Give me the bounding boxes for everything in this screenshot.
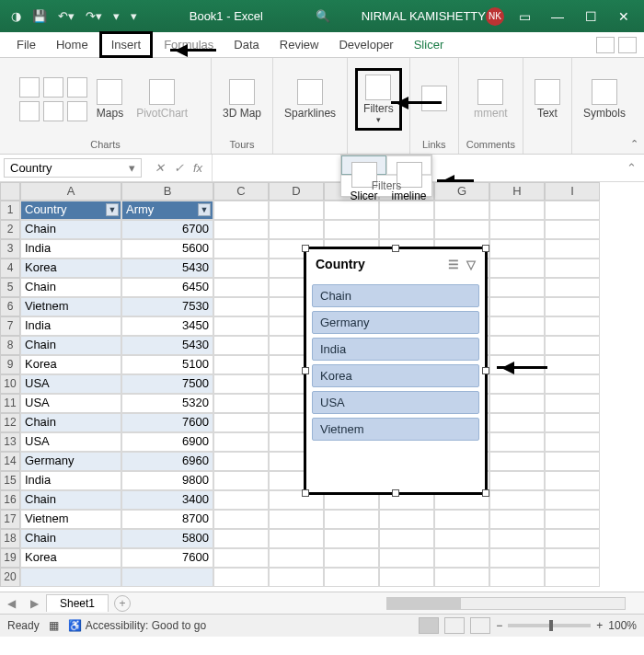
empty-cell[interactable]: [489, 432, 545, 452]
cell-country[interactable]: USA: [20, 432, 121, 452]
search-icon[interactable]: 🔍: [312, 7, 334, 25]
cell-country[interactable]: Germany: [20, 452, 121, 471]
empty-cell[interactable]: [213, 374, 269, 394]
row-header[interactable]: 12: [0, 413, 20, 432]
accessibility-status[interactable]: ♿ Accessibility: Good to go: [68, 619, 206, 632]
comments-pane-button[interactable]: [596, 37, 615, 53]
cell-army[interactable]: 6900: [121, 432, 213, 452]
chart-type-icon[interactable]: [43, 77, 63, 98]
row-header[interactable]: 19: [0, 548, 20, 568]
cell-army[interactable]: 5600: [121, 239, 213, 259]
empty-cell[interactable]: [489, 259, 545, 278]
maximize-button[interactable]: ☐: [578, 9, 604, 24]
cell-country[interactable]: India: [20, 471, 121, 490]
sheet-nav-prev[interactable]: ◀: [0, 597, 23, 610]
empty-cell[interactable]: [379, 568, 434, 587]
links-button[interactable]: [418, 84, 451, 115]
cell-country[interactable]: Vietnem: [20, 510, 121, 529]
chart-type-icon[interactable]: [19, 77, 40, 98]
zoom-slider[interactable]: [508, 624, 591, 627]
cell-country[interactable]: Korea: [20, 259, 121, 278]
fx-icon[interactable]: fx: [193, 161, 202, 175]
empty-cell[interactable]: [545, 490, 600, 510]
empty-cell[interactable]: [489, 336, 545, 355]
user-name[interactable]: NIRMAL KAMISHETTY: [362, 9, 486, 23]
add-sheet-button[interactable]: +: [114, 595, 131, 612]
cell-country[interactable]: USA: [20, 374, 121, 394]
empty-cell[interactable]: [269, 529, 324, 548]
resize-handle[interactable]: [482, 245, 489, 252]
cancel-formula-icon[interactable]: ✕: [155, 161, 165, 175]
cell-army[interactable]: 7600: [121, 548, 213, 568]
row-header[interactable]: 13: [0, 432, 20, 452]
row-header[interactable]: 6: [0, 297, 20, 316]
empty-cell[interactable]: [434, 220, 489, 239]
comment-button[interactable]: mment: [470, 77, 512, 121]
empty-cell[interactable]: [489, 220, 545, 239]
col-header[interactable]: A: [20, 182, 121, 201]
cell-army[interactable]: 3400: [121, 490, 213, 510]
empty-cell[interactable]: [324, 529, 379, 548]
slicer-item[interactable]: Germany: [312, 311, 479, 334]
row-header[interactable]: 7: [0, 316, 20, 336]
table-header-army[interactable]: Army▼: [121, 201, 213, 220]
resize-handle[interactable]: [482, 367, 489, 374]
empty-cell[interactable]: [213, 394, 269, 413]
collapse-ribbon-icon[interactable]: ⌃: [630, 138, 638, 150]
resize-handle[interactable]: [302, 367, 309, 374]
resize-handle[interactable]: [392, 489, 399, 497]
sheet-nav-next[interactable]: ▶: [23, 597, 46, 610]
tab-developer[interactable]: Developer: [329, 34, 402, 55]
cell-country[interactable]: Chain: [20, 490, 121, 510]
col-header[interactable]: G: [434, 182, 489, 201]
empty-cell[interactable]: [213, 490, 269, 510]
empty-cell[interactable]: [489, 452, 545, 471]
row-header[interactable]: 20: [0, 568, 20, 587]
cell-army[interactable]: 7600: [121, 413, 213, 432]
empty-cell[interactable]: [213, 413, 269, 432]
col-header[interactable]: B: [121, 182, 213, 201]
zoom-in-button[interactable]: +: [596, 619, 603, 632]
cell-country[interactable]: Vietnem: [20, 297, 121, 316]
empty-cell[interactable]: [489, 316, 545, 336]
row-header[interactable]: 14: [0, 452, 20, 471]
empty-cell[interactable]: [545, 259, 600, 278]
empty-cell[interactable]: [434, 529, 489, 548]
empty-cell[interactable]: [545, 452, 600, 471]
tab-review[interactable]: Review: [270, 34, 328, 55]
sheet-tab[interactable]: Sheet1: [46, 594, 109, 612]
chart-type-icon[interactable]: [43, 101, 63, 121]
tab-insert[interactable]: Insert: [99, 31, 154, 58]
autosave-icon[interactable]: ◑: [7, 7, 25, 25]
save-icon[interactable]: 💾: [29, 7, 51, 25]
tab-data[interactable]: Data: [224, 34, 268, 55]
qat-overflow-icon[interactable]: ▾: [127, 7, 141, 25]
cell-country[interactable]: Chain: [20, 336, 121, 355]
empty-cell[interactable]: [545, 471, 600, 490]
cell-army[interactable]: 7500: [121, 374, 213, 394]
scrollbar-thumb[interactable]: [387, 598, 461, 609]
empty-cell[interactable]: [489, 297, 545, 316]
empty-cell[interactable]: [213, 297, 269, 316]
zoom-thumb[interactable]: [549, 620, 553, 631]
share-button[interactable]: [618, 37, 637, 53]
empty-cell[interactable]: [489, 471, 545, 490]
filter-dropdown-icon[interactable]: ▼: [198, 203, 211, 216]
chart-type-icon[interactable]: [19, 101, 40, 121]
resize-handle[interactable]: [302, 245, 309, 252]
slicer-item[interactable]: USA: [312, 391, 479, 414]
chart-type-icon[interactable]: [67, 77, 87, 98]
empty-cell[interactable]: [213, 201, 269, 220]
row-header[interactable]: 5: [0, 278, 20, 297]
symbols-button[interactable]: Symbols: [580, 77, 629, 121]
slicer-item[interactable]: India: [312, 338, 479, 361]
empty-cell[interactable]: [545, 374, 600, 394]
empty-cell[interactable]: [545, 548, 600, 568]
tab-file[interactable]: File: [7, 34, 45, 55]
row-header[interactable]: 10: [0, 374, 20, 394]
empty-cell[interactable]: [545, 336, 600, 355]
empty-cell[interactable]: [213, 220, 269, 239]
tab-home[interactable]: Home: [47, 34, 98, 55]
row-header[interactable]: 2: [0, 220, 20, 239]
empty-cell[interactable]: [489, 413, 545, 432]
